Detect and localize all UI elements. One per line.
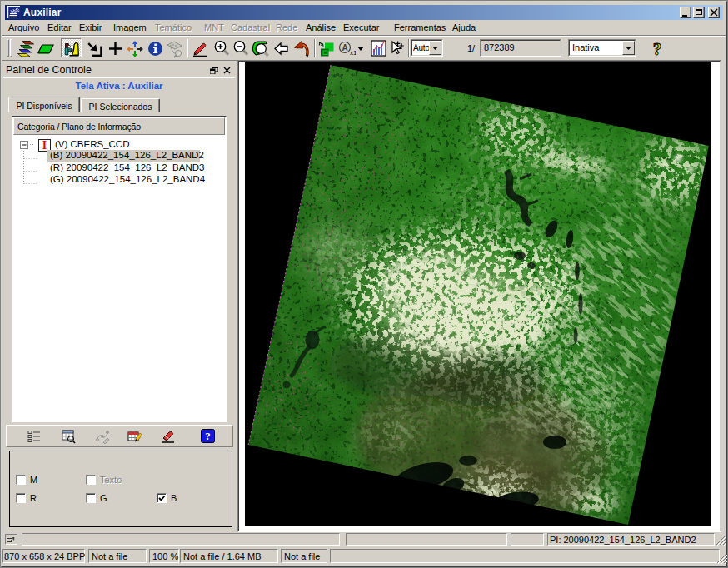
svg-text:A: A (342, 43, 347, 52)
svg-text:?: ? (653, 40, 662, 57)
svg-text:?: ? (205, 430, 211, 442)
svg-text:x1: x1 (350, 49, 356, 57)
